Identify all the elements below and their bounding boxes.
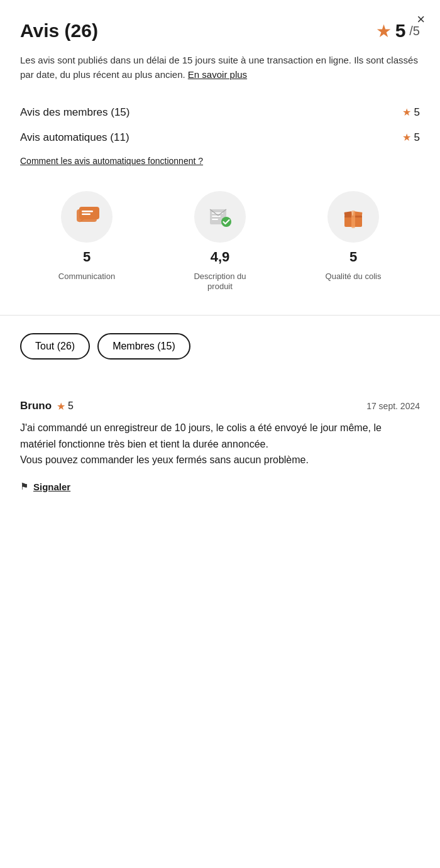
reviewer-info: Bruno ★ 5	[20, 400, 74, 412]
quality-icon-circle	[327, 191, 379, 243]
quality-score: 5	[349, 249, 357, 265]
page-title: Avis (26)	[20, 20, 98, 41]
review-score: 5	[68, 400, 74, 412]
avis-membres-rating: ★ 5	[402, 106, 420, 119]
review-header: Bruno ★ 5 17 sept. 2024	[20, 400, 420, 412]
communication-icon	[73, 203, 101, 231]
review-date: 17 sept. 2024	[366, 401, 420, 411]
description-text: Les avis sont publiés dans un délai de 1…	[20, 53, 420, 82]
svg-rect-3	[82, 213, 91, 215]
divider	[0, 315, 440, 316]
review-text: J'ai commandé un enregistreur de 10 jour…	[20, 420, 420, 468]
description-icon-circle	[194, 191, 246, 243]
description-label: Description duproduit	[194, 272, 246, 293]
review-actions: ⚑ Signaler	[20, 481, 420, 492]
filter-tabs: Tout (26) Membres (15)	[20, 333, 420, 360]
modal-container: × Avis (26) ★ 5 /5 Les avis sont publiés…	[0, 0, 440, 532]
filter-tab-membres[interactable]: Membres (15)	[97, 333, 190, 360]
metrics-row: 5 Communication 4,9	[20, 191, 420, 293]
svg-rect-16	[351, 211, 355, 228]
close-button[interactable]: ×	[417, 13, 425, 26]
header-row: Avis (26) ★ 5 /5	[20, 20, 420, 41]
avis-membres-label: Avis des membres (15)	[20, 106, 129, 119]
rating-summary: ★ 5 /5	[376, 20, 420, 41]
reviewer-rating: ★ 5	[57, 400, 74, 412]
metric-quality: 5 Qualité du colis	[287, 191, 420, 282]
description-score: 4,9	[211, 249, 230, 265]
quality-label: Qualité du colis	[326, 272, 382, 282]
star-icon: ★	[376, 21, 392, 41]
star-icon-membres: ★	[402, 106, 411, 118]
metric-communication: 5 Communication	[20, 191, 153, 282]
signaler-link[interactable]: Signaler	[33, 481, 70, 492]
auto-fonctionnement-link[interactable]: Comment les avis automatiques fonctionne…	[20, 156, 203, 166]
communication-label: Communication	[58, 272, 115, 282]
reviewer-name: Bruno	[20, 400, 52, 412]
avis-auto-row: Avis automatiques (11) ★ 5	[20, 125, 420, 150]
avis-membres-score: 5	[414, 106, 420, 119]
star-icon-auto: ★	[402, 131, 411, 143]
review-item: Bruno ★ 5 17 sept. 2024 J'ai commandé un…	[20, 382, 420, 507]
svg-rect-1	[79, 207, 99, 219]
svg-rect-8	[212, 219, 218, 220]
learn-more-link[interactable]: En savoir plus	[188, 69, 247, 80]
svg-rect-7	[212, 216, 221, 217]
communication-score: 5	[83, 249, 91, 265]
rating-score: 5	[395, 20, 406, 41]
svg-rect-2	[82, 211, 93, 212]
avis-rows: Avis des membres (15) ★ 5 Avis automatiq…	[20, 100, 420, 150]
filter-tab-all[interactable]: Tout (26)	[20, 333, 90, 360]
flag-icon: ⚑	[20, 481, 28, 492]
avis-auto-label: Avis automatiques (11)	[20, 131, 129, 144]
metric-description: 4,9 Description duproduit	[153, 191, 287, 293]
communication-icon-circle	[61, 191, 113, 243]
avis-membres-row: Avis des membres (15) ★ 5	[20, 100, 420, 125]
description-icon	[206, 203, 234, 231]
avis-auto-rating: ★ 5	[402, 131, 420, 144]
avis-auto-score: 5	[414, 131, 420, 144]
star-icon-review: ★	[57, 400, 65, 412]
quality-icon	[339, 203, 367, 231]
